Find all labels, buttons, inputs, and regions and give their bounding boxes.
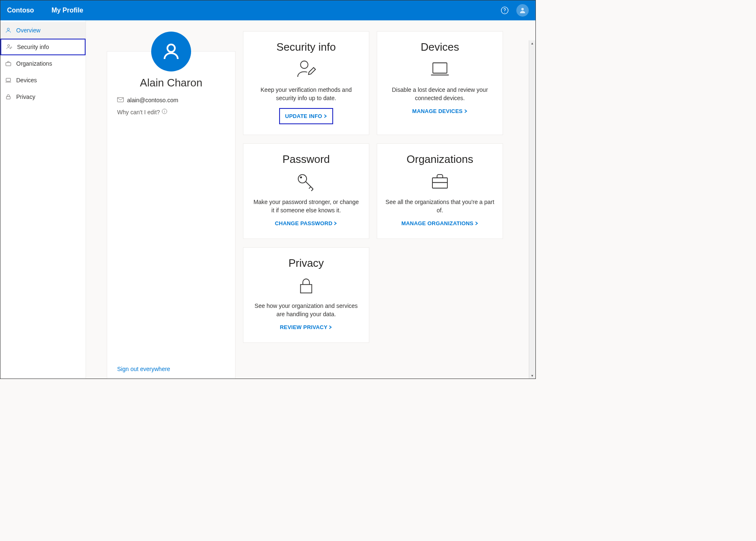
svg-rect-17 [433, 63, 447, 73]
security-info-icon [295, 58, 317, 81]
svg-point-15 [300, 176, 302, 178]
sidebar-item-organizations[interactable]: Organizations [0, 55, 86, 72]
svg-point-3 [7, 28, 9, 30]
sidebar-item-overview[interactable]: Overview [0, 22, 86, 39]
lock-icon [295, 274, 317, 297]
profile-card: Alain Charon alain@contoso.com Why can't… [107, 51, 236, 379]
tile-devices: Devices Disable a lost device and review… [377, 31, 503, 135]
review-privacy-button[interactable]: REVIEW PRIVACY [280, 324, 333, 330]
sidebar-item-label: Devices [16, 77, 37, 84]
scroll-up-icon[interactable]: ▴ [531, 40, 533, 46]
sidebar-item-label: Organizations [16, 60, 52, 67]
chevron-right-icon [464, 109, 468, 113]
tile-password: Password Make your password stronger, or… [243, 143, 369, 239]
svg-rect-6 [6, 78, 11, 81]
chevron-right-icon [324, 114, 327, 118]
svg-point-12 [164, 110, 165, 111]
sidebar-item-label: Privacy [16, 93, 35, 100]
tile-desc: See how your organization and services a… [252, 302, 361, 318]
svg-point-4 [7, 44, 10, 47]
briefcase-icon [429, 170, 451, 193]
edit-hint[interactable]: Why can't I edit? [117, 108, 225, 116]
change-password-button[interactable]: CHANGE PASSWORD [275, 220, 338, 226]
svg-point-14 [298, 175, 307, 183]
scroll-down-icon[interactable]: ▾ [531, 373, 533, 379]
tile-desc: See all the organizations that you're a … [385, 198, 494, 214]
tile-action-label: MANAGE DEVICES [412, 108, 462, 114]
briefcase-icon [5, 60, 12, 67]
profile-avatar [151, 32, 191, 71]
tile-title: Devices [421, 41, 459, 54]
svg-point-8 [167, 44, 175, 52]
svg-point-1 [504, 12, 505, 12]
main-content: Alain Charon alain@contoso.com Why can't… [86, 20, 535, 379]
svg-rect-16 [301, 285, 312, 293]
profile-email-text: alain@contoso.com [127, 97, 178, 103]
scrollbar[interactable]: ▴ ▾ [529, 40, 535, 379]
svg-point-13 [301, 61, 308, 69]
tile-action-label: UPDATE INFO [285, 113, 322, 119]
info-icon [162, 108, 167, 116]
profile-name: Alain Charon [117, 76, 225, 89]
svg-rect-7 [6, 96, 10, 99]
sidebar-item-label: Overview [16, 27, 40, 34]
tile-desc: Keep your verification methods and secur… [252, 86, 361, 102]
tile-title: Privacy [288, 257, 324, 270]
tile-title: Security info [276, 41, 336, 54]
laptop-icon [429, 58, 451, 81]
tile-desc: Make your password stronger, or change i… [252, 198, 361, 214]
profile-email: alain@contoso.com [117, 97, 225, 103]
account-avatar[interactable] [516, 4, 529, 17]
key-icon [295, 170, 317, 193]
edit-hint-text: Why can't I edit? [117, 109, 160, 116]
tile-desc: Disable a lost device and review your co… [385, 86, 494, 102]
svg-rect-18 [432, 178, 447, 188]
header-bar: Contoso My Profile [0, 0, 535, 20]
svg-rect-5 [6, 62, 11, 66]
manage-devices-button[interactable]: MANAGE DEVICES [412, 108, 467, 114]
tile-action-label: CHANGE PASSWORD [275, 220, 333, 226]
manage-organizations-button[interactable]: MANAGE ORGANIZATIONS [401, 220, 478, 226]
tile-security-info: Security info Keep your verification met… [243, 31, 369, 135]
sign-out-everywhere-link[interactable]: Sign out everywhere [117, 366, 170, 372]
help-icon[interactable] [496, 6, 513, 15]
chevron-right-icon [475, 221, 479, 225]
sidebar-item-devices[interactable]: Devices [0, 72, 86, 89]
tile-organizations: Organizations See all the organizations … [377, 143, 503, 239]
sidebar-item-privacy[interactable]: Privacy [0, 89, 86, 105]
page-title: My Profile [52, 7, 83, 14]
tile-title: Password [282, 153, 330, 166]
security-info-icon [5, 44, 13, 50]
update-info-button[interactable]: UPDATE INFO [279, 108, 333, 124]
sidebar: Overview Security info Organizations Dev… [0, 20, 86, 379]
tile-action-label: REVIEW PRIVACY [280, 324, 328, 330]
sidebar-item-label: Security info [17, 44, 49, 50]
person-icon [5, 27, 12, 34]
lock-icon [5, 93, 12, 100]
chevron-right-icon [334, 221, 337, 225]
tile-action-label: MANAGE ORGANIZATIONS [401, 220, 473, 226]
chevron-right-icon [329, 325, 332, 329]
laptop-icon [5, 77, 12, 84]
brand-name[interactable]: Contoso [7, 7, 52, 14]
svg-point-2 [521, 8, 524, 10]
tile-title: Organizations [407, 153, 473, 166]
mail-icon [117, 97, 124, 103]
app-window: Contoso My Profile Overview Security inf… [0, 0, 536, 379]
svg-rect-9 [118, 98, 124, 102]
sidebar-item-security-info[interactable]: Security info [0, 39, 86, 55]
tile-privacy: Privacy See how your organization and se… [243, 247, 369, 343]
